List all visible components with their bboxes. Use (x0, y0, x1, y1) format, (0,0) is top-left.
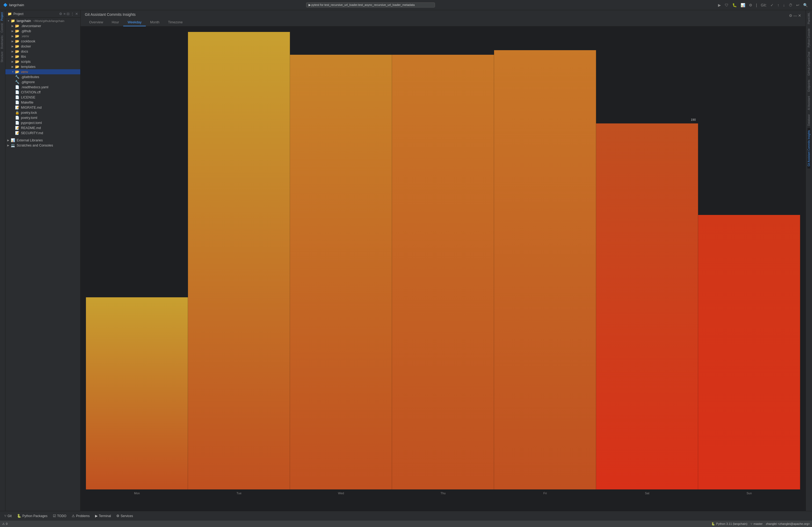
item-label: External Libraries (17, 138, 43, 142)
insights-settings-icon[interactable]: ⚙ (789, 13, 793, 18)
copilot-chat-panel-icon[interactable]: GitHub Copilot Chat (808, 50, 810, 78)
tree-item-license[interactable]: ▶ 📄 LICENSE (5, 95, 80, 100)
app-title: 🔷 langchain (3, 3, 24, 7)
bt-problems[interactable]: ⚠ Problems (70, 513, 92, 519)
tree-item-docs[interactable]: ▶ 📂 docs (5, 49, 80, 54)
tree-item-external-libraries[interactable]: ▶ 📊 External Libraries (5, 138, 80, 143)
bar-thu[interactable] (392, 55, 494, 490)
arrow: ▾ (11, 70, 14, 73)
search-everywhere-button[interactable]: 🔍 (802, 2, 809, 8)
panel-layout-icon[interactable]: ≡ (63, 12, 66, 16)
git-pull-button[interactable]: ↓ (782, 2, 786, 8)
tree-item-migrate[interactable]: ▶ 📝 MIGRATE.md (5, 105, 80, 110)
run-config-input[interactable]: ▶ pytest for test_recursive_url_loader.t… (306, 2, 435, 7)
git-history-button[interactable]: ⏱ (787, 2, 794, 8)
project-panel-title: Project (13, 12, 57, 16)
database-panel-icon[interactable]: Database (808, 112, 810, 128)
endpoints-panel-icon[interactable]: Endpoints (808, 77, 810, 94)
insights-close-icon[interactable]: ✕ (798, 13, 801, 18)
root-arrow: ▾ (6, 19, 10, 22)
tree-item-pyprojecttoml[interactable]: ▶ 📄 pyproject.toml (5, 120, 80, 125)
file-icon: 🔒 (15, 110, 19, 115)
profiler-button[interactable]: 📊 (740, 2, 746, 8)
bt-python-packages[interactable]: 🐍 Python Packages (15, 513, 49, 519)
tree-item-makefile[interactable]: ▶ 📄 Makefile (5, 100, 80, 105)
bar-fri[interactable] (494, 50, 596, 490)
plantuml-panel-icon[interactable]: PlantUML (808, 10, 810, 26)
services-label: Services (120, 514, 133, 518)
item-label: venv (21, 70, 28, 74)
tree-item-citation[interactable]: ▶ 📄 CITATION.cff (5, 90, 80, 95)
tab-weekday[interactable]: Weekday (123, 19, 146, 26)
bt-todo[interactable]: ☑ TODO (51, 513, 69, 519)
panel-close-icon[interactable]: ✕ (75, 12, 78, 16)
folder-icon: 📂 (15, 70, 19, 74)
tree-item-readthedocs[interactable]: ▶ 📄 .readthedocs.yaml (5, 85, 80, 90)
user-label: zhanglei <zhanglei@apache.org> (766, 522, 810, 525)
git-insights-panel-icon[interactable]: Git Assistant Commits Insights (808, 128, 810, 168)
tree-item-venv-hidden[interactable]: ▶ 📂 .venv (5, 33, 80, 39)
insights-minimize-icon[interactable]: — (793, 13, 797, 18)
tree-item-gitattributes[interactable]: ▶ 🔧 .gitattributes (5, 74, 80, 79)
git-commit-button[interactable]: ✓ (769, 2, 775, 8)
item-label: MIGRATE.md (21, 106, 42, 109)
arrow: ▶ (11, 25, 14, 27)
python-version[interactable]: 🐍 Python 3.11 (langchain) (711, 522, 747, 526)
tree-item-libs[interactable]: ▶ 📂 libs (5, 54, 80, 59)
bar-day-label: Thu (441, 492, 446, 495)
bt-terminal[interactable]: ▶ Terminal (93, 513, 113, 519)
run-config-label: pytest for test_recursive_url_loader.tes… (311, 3, 415, 6)
git-label: Git (8, 514, 12, 518)
tree-item-poetrylock[interactable]: ▶ 🔒 poetry.lock (5, 110, 80, 115)
tab-overview[interactable]: Overview (85, 19, 107, 26)
panel-more-icon[interactable]: ⋮ (71, 12, 74, 16)
run-button[interactable]: ▶ (717, 2, 722, 8)
tree-item-security[interactable]: ▶ 📝 SECURITY.md (5, 131, 80, 136)
tree-item-devcontainer[interactable]: ▶ 📂 .devcontainer (5, 23, 80, 28)
title-bar: 🔷 langchain ▶ pytest for test_recursive_… (0, 0, 812, 10)
python-icon: 🐍 (711, 522, 715, 526)
git-branch[interactable]: ⑂ master (751, 522, 763, 526)
tree-item-poetrytoml[interactable]: ▶ 📄 poetry.toml (5, 115, 80, 120)
tree-item-cookbook[interactable]: ▶ 📂 cookbook (5, 39, 80, 44)
bar-day-label: Mon (134, 492, 140, 495)
bar-sun[interactable] (698, 215, 800, 490)
file-icon: 📝 (15, 126, 19, 130)
bar-tue[interactable] (188, 32, 290, 490)
tree-item-templates[interactable]: ▶ 📂 templates (5, 64, 80, 69)
tree-item-scratches[interactable]: ▶ 💻 Scratches and Consoles (5, 143, 80, 148)
project-view-icon[interactable]: Project (0, 11, 5, 22)
ai-assistant-panel-icon[interactable]: AI Assistant (808, 94, 810, 112)
tree-item-github[interactable]: ▶ 📂 .github (5, 28, 80, 33)
tree-item-docker[interactable]: ▶ 📂 docker (5, 44, 80, 49)
bookmarks-icon[interactable]: Bookmarks (0, 34, 5, 50)
bar-wed[interactable] (290, 55, 392, 490)
panel-collapse-icon[interactable]: ⊟ (67, 12, 70, 16)
bt-git[interactable]: ⑂ Git (2, 513, 14, 519)
panel-header-icons: ⚙ ≡ ⊟ ⋮ ✕ (59, 12, 78, 16)
bar-sat[interactable]: 190 (596, 123, 698, 490)
tab-timezone[interactable]: Timezone (164, 19, 187, 26)
run-icon: ▶ (308, 3, 311, 6)
settings-button[interactable]: ⚙ (748, 2, 753, 8)
tree-item-gitignore[interactable]: ▶ 🔧 .gitignore (5, 79, 80, 85)
debug-button[interactable]: 🐛 (731, 2, 738, 8)
undo-button[interactable]: ↩ (795, 2, 800, 8)
bar-mon[interactable] (86, 297, 188, 490)
bt-services[interactable]: ⚙ Services (114, 513, 135, 519)
status-bar: ⚠ 0 🐍 Python 3.11 (langchain) ⑂ master z… (0, 521, 812, 527)
structure-icon[interactable]: Structure (0, 50, 5, 64)
tab-hour[interactable]: Hour (107, 19, 123, 26)
file-icon: 📄 (15, 121, 19, 125)
python-console-panel-icon[interactable]: Python Console (808, 26, 810, 50)
tree-item-scripts[interactable]: ▶ 📂 scripts (5, 59, 80, 64)
git-push-button[interactable]: ↑ (776, 2, 780, 8)
tree-item-venv[interactable]: ▾ 📂 venv (5, 69, 80, 74)
tree-root[interactable]: ▾ 📁 langchain ~/Work/github/langchain (5, 18, 80, 23)
panel-settings-icon[interactable]: ⚙ (59, 12, 62, 16)
tree-item-readme[interactable]: ▶ 📝 README.md (5, 125, 80, 131)
commit-icon[interactable]: Commit (0, 22, 5, 33)
tab-month[interactable]: Month (146, 19, 164, 26)
project-panel-header: 📁 Project ⚙ ≡ ⊟ ⋮ ✕ (5, 10, 80, 18)
coverage-button[interactable]: 🛡 (724, 2, 729, 8)
